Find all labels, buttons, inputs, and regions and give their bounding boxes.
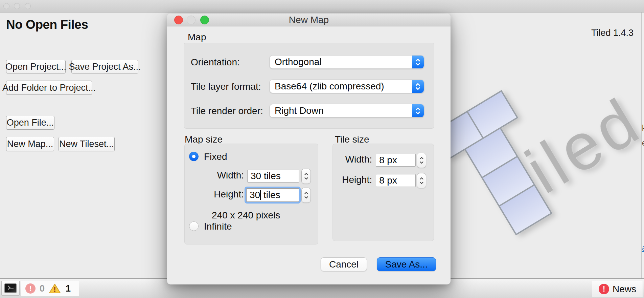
tile-layer-format-select[interactable]: Base64 (zlib compressed)	[270, 80, 424, 93]
clipped-right-panel: k e a	[641, 13, 644, 278]
tile-width-stepper[interactable]	[417, 153, 426, 168]
close-window-icon[interactable]	[3, 3, 9, 9]
clipped-text-fragment: e	[642, 139, 644, 148]
tile-size-groupbox: Width: 8 px Height: 8 px	[332, 144, 434, 241]
map-width-stepper[interactable]	[301, 169, 311, 184]
map-height-input[interactable]: 30 tiles	[246, 188, 299, 202]
main-window-titlebar	[0, 0, 644, 13]
chevron-up-down-icon	[412, 104, 424, 118]
error-count: 0	[40, 283, 45, 294]
infinite-radio[interactable]	[189, 221, 199, 231]
infinite-label: Infinite	[204, 221, 232, 232]
fixed-radio[interactable]	[189, 152, 199, 161]
news-label: News	[613, 284, 636, 295]
new-map-dialog: New Map Map Orientation: Orthogonal Tile…	[167, 14, 451, 284]
zoom-window-icon[interactable]	[25, 3, 31, 9]
minimize-window-icon[interactable]	[14, 3, 20, 9]
chevron-up-down-icon	[412, 55, 424, 69]
tile-render-order-label: Tile render order:	[191, 106, 263, 116]
clipped-text-fragment: k	[642, 124, 644, 133]
messages-counter-panel[interactable]: ! 0 ! 1	[21, 281, 79, 296]
cancel-button[interactable]: Cancel	[321, 257, 367, 271]
add-folder-to-project-button[interactable]: Add Folder to Project...	[6, 81, 92, 95]
map-height-label: Height:	[205, 189, 244, 200]
open-file-button[interactable]: Open File...	[6, 116, 54, 130]
news-alert-icon: !	[599, 284, 609, 294]
orientation-label: Orientation:	[191, 57, 240, 68]
save-project-as-button[interactable]: Save Project As...	[71, 60, 138, 73]
tile-width-input[interactable]: 8 px	[376, 154, 416, 167]
error-icon: !	[25, 283, 36, 294]
app-version-label: Tiled 1.4.3	[591, 28, 634, 38]
orientation-value: Orthogonal	[270, 57, 322, 67]
map-height-focus-ring: 30 tiles	[245, 187, 301, 204]
console-button[interactable]	[1, 281, 20, 296]
dialog-titlebar[interactable]: New Map	[167, 14, 451, 26]
new-tileset-button[interactable]: New Tileset...	[59, 137, 115, 151]
tile-layer-format-value: Base64 (zlib compressed)	[270, 81, 384, 92]
new-map-button[interactable]: New Map...	[6, 137, 54, 151]
tile-height-input[interactable]: 8 px	[376, 174, 416, 187]
chevron-up-down-icon	[412, 80, 424, 93]
news-button[interactable]: ! News	[592, 281, 643, 297]
map-width-label: Width:	[205, 170, 244, 181]
svg-text:!: !	[54, 286, 56, 293]
tile-layer-format-label: Tile layer format:	[191, 81, 261, 92]
orientation-select[interactable]: Orthogonal	[270, 55, 424, 69]
warning-icon: !	[49, 283, 61, 294]
tile-height-label: Height:	[336, 174, 372, 185]
tile-width-label: Width:	[336, 154, 372, 165]
open-project-button[interactable]: Open Project...	[6, 60, 66, 73]
terminal-icon	[4, 283, 17, 293]
map-size-groupbox: Fixed Width: 30 tiles Height: 30 tiles 2…	[184, 144, 318, 244]
dialog-title: New Map	[167, 14, 451, 26]
warning-count: 1	[66, 283, 71, 294]
tile-render-order-select[interactable]: Right Down	[270, 104, 424, 118]
fixed-label: Fixed	[204, 151, 227, 162]
clipped-link-fragment[interactable]: a	[642, 243, 644, 253]
map-height-stepper[interactable]	[301, 188, 311, 203]
map-section-label: Map	[188, 32, 206, 43]
tile-height-stepper[interactable]	[417, 173, 426, 188]
page-title: No Open Files	[6, 18, 88, 32]
save-as-button[interactable]: Save As...	[377, 257, 436, 271]
pixels-summary: 240 x 240 pixels	[212, 210, 280, 221]
tile-render-order-value: Right Down	[270, 105, 324, 116]
map-width-input[interactable]: 30 tiles	[247, 170, 299, 183]
